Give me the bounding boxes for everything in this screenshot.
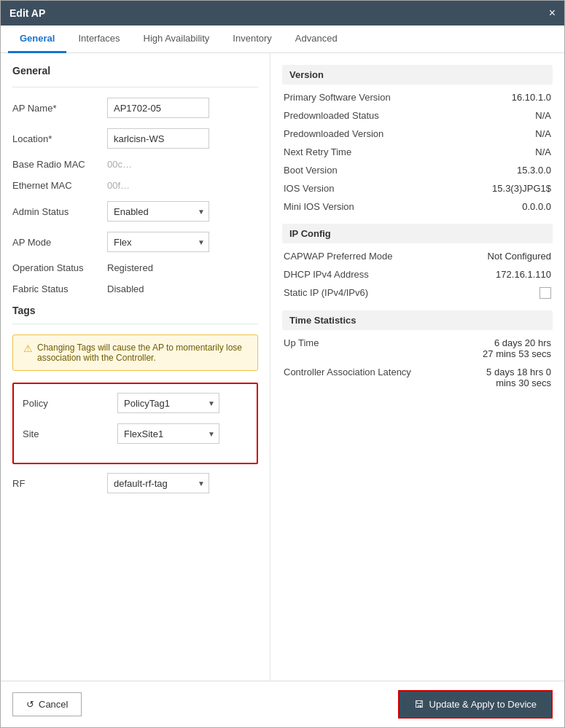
ap-name-label: AP Name* [12,103,107,114]
controller-association-row: Controller Association Latency 5 days 18… [282,367,553,388]
fabric-status-value: Disabled [107,283,144,294]
tab-high-availability[interactable]: High Availability [132,26,222,53]
ios-version-label: IOS Version [284,183,415,194]
ap-mode-select-wrapper: Flex Local ▼ [107,232,209,252]
next-retry-time-row: Next Retry Time N/A [282,146,553,157]
fabric-status-row: Fabric Status Disabled [12,283,258,294]
close-button[interactable]: × [549,7,556,20]
policy-row: Policy PolicyTag1 PolicyTag2 ▼ [23,393,248,413]
tags-warning-box: ⚠ Changing Tags will cause the AP to mom… [12,334,258,371]
base-radio-mac-value: 00c…​​​​​​ [107,159,132,170]
operation-status-label: Operation Status [12,262,107,273]
dhcp-ipv4-value: 172.16.1.110 [496,269,551,280]
update-apply-button[interactable]: 🖫 Update & Apply to Device [398,690,553,719]
uptime-value: 6 days 20 hrs27 mins 53 secs [483,337,551,359]
predownloaded-version-value: N/A [535,128,551,139]
footer: ↺ Cancel 🖫 Update & Apply to Device [1,681,564,727]
primary-software-label: Primary Software Version [284,92,415,103]
time-stats-section: Time Statistics Up Time 6 days 20 hrs27 … [282,310,553,388]
edit-ap-dialog: Edit AP × General Interfaces High Availa… [0,0,565,728]
ethernet-mac-value: 00f…​​​​​ [107,180,130,191]
tab-bar: General Interfaces High Availability Inv… [1,26,564,53]
site-select[interactable]: FlexSite1 FlexSite2 [117,423,219,444]
ap-mode-row: AP Mode Flex Local ▼ [12,232,258,252]
capwap-preferred-value: Not Configured [488,251,551,262]
mini-ios-version-label: Mini IOS Version [284,201,415,212]
admin-status-select-wrapper: Enabled Disabled ▼ [107,201,209,222]
dhcp-ipv4-label: DHCP IPv4 Address [284,269,415,280]
admin-status-select[interactable]: Enabled Disabled [107,201,209,222]
site-row: Site FlexSite1 FlexSite2 ▼ [23,423,248,444]
policy-label: Policy [23,398,117,409]
next-retry-time-value: N/A [535,146,551,157]
ap-name-row: AP Name* [12,98,258,118]
base-radio-mac-row: Base Radio MAC 00c…​​​​​​ [12,159,258,170]
controller-association-value: 5 days 18 hrs 0mins 30 secs [486,367,551,388]
ip-config-section: IP Config CAPWAP Preferred Mode Not Conf… [282,224,553,299]
time-stats-title: Time Statistics [282,310,553,330]
tags-title: Tags [12,305,258,316]
capwap-preferred-row: CAPWAP Preferred Mode Not Configured [282,251,553,262]
predownloaded-version-label: Predownloaded Version [284,128,415,139]
cancel-label: Cancel [39,699,68,710]
left-panel: General AP Name* Location* Base Radio MA… [1,53,270,681]
base-radio-mac-label: Base Radio MAC [12,159,107,170]
tab-general[interactable]: General [8,26,66,53]
location-label: Location* [12,133,107,144]
rf-row: RF default-rf-tag rf-tag-2 ▼ [12,473,258,493]
cancel-icon: ↺ [26,699,34,710]
location-row: Location* [12,128,258,149]
boot-version-row: Boot Version 15.3.0.0 [282,165,553,176]
rf-select-wrapper: default-rf-tag rf-tag-2 ▼ [107,473,209,493]
next-retry-time-label: Next Retry Time [284,146,415,157]
update-label: Update & Apply to Device [429,699,537,710]
version-title: Version [282,65,553,85]
static-ip-row: Static IP (IPv4/IPv6) [282,287,553,299]
version-section: Version Primary Software Version 16.10.1… [282,65,553,212]
policy-select[interactable]: PolicyTag1 PolicyTag2 [117,393,219,413]
boot-version-label: Boot Version [284,165,415,176]
tab-interfaces[interactable]: Interfaces [66,26,131,53]
uptime-label: Up Time [284,337,415,348]
ethernet-mac-row: Ethernet MAC 00f…​​​​​ [12,180,258,191]
controller-association-label: Controller Association Latency [284,367,415,377]
fabric-status-label: Fabric Status [12,283,107,294]
cancel-button[interactable]: ↺ Cancel [12,692,82,716]
predownloaded-status-value: N/A [535,110,551,121]
site-label: Site [23,428,117,439]
primary-software-row: Primary Software Version 16.10.1.0 [282,92,553,103]
rf-select[interactable]: default-rf-tag rf-tag-2 [107,473,209,493]
admin-status-label: Admin Status [12,206,107,217]
title-bar: Edit AP × [1,1,564,26]
operation-status-value: Registered [107,262,153,273]
uptime-row: Up Time 6 days 20 hrs27 mins 53 secs [282,337,553,359]
static-ip-checkbox[interactable] [539,287,551,299]
mini-ios-version-value: 0.0.0.0 [522,201,551,212]
ap-mode-label: AP Mode [12,237,107,248]
predownloaded-status-row: Predownloaded Status N/A [282,110,553,121]
admin-status-row: Admin Status Enabled Disabled ▼ [12,201,258,222]
ip-config-title: IP Config [282,224,553,243]
policy-select-wrapper: PolicyTag1 PolicyTag2 ▼ [117,393,219,413]
site-select-wrapper: FlexSite1 FlexSite2 ▼ [117,423,219,444]
tags-warning-text: Changing Tags will cause the AP to momen… [37,343,247,363]
rf-label: RF [12,478,107,489]
tags-bordered-section: Policy PolicyTag1 PolicyTag2 ▼ Site [12,383,258,464]
ios-version-row: IOS Version 15.3(3)JPG1$ [282,183,553,194]
warning-icon: ⚠ [23,343,33,354]
tab-inventory[interactable]: Inventory [221,26,283,53]
update-icon: 🖫 [414,699,424,710]
ap-name-input[interactable] [107,98,209,118]
tab-advanced[interactable]: Advanced [284,26,349,53]
static-ip-label: Static IP (IPv4/IPv6) [284,287,415,298]
right-panel: Version Primary Software Version 16.10.1… [270,53,564,681]
ios-version-value: 15.3(3)JPG1$ [492,183,551,194]
dialog-title: Edit AP [9,7,45,19]
capwap-preferred-label: CAPWAP Preferred Mode [284,251,415,262]
general-section-title: General [12,65,258,77]
location-input[interactable] [107,128,209,149]
main-content: General AP Name* Location* Base Radio MA… [1,53,564,681]
ap-mode-select[interactable]: Flex Local [107,232,209,252]
ethernet-mac-label: Ethernet MAC [12,180,107,191]
predownloaded-status-label: Predownloaded Status [284,110,415,121]
